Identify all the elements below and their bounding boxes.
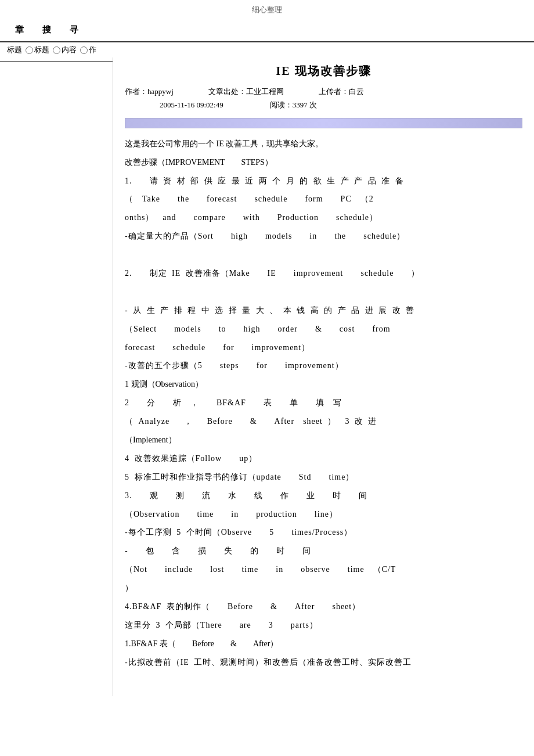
- nav-item-seek[interactable]: 寻: [62, 22, 89, 38]
- body-line-6: -确定量大的产品（Sort high models in the schedul…: [125, 229, 522, 244]
- article-meta: 作者：happywj 文章出处：工业工程网 上传者：白云 2005-11-16 …: [125, 85, 522, 112]
- top-header: 细心整理: [0, 0, 534, 19]
- body-line-22: -每个工序测 5 个时间（Observe 5 times/Process）: [125, 525, 522, 540]
- body-line-3: 1. 请 资 材 部 供 应 最 近 两 个 月 的 欲 生 产 产 品 准 备: [125, 174, 522, 189]
- filter-row: 标题 标题 内容 作: [0, 42, 534, 57]
- radio-content-input[interactable]: [53, 46, 60, 54]
- meta-reads: 阅读：3397 次: [270, 98, 317, 111]
- meta-line-2: 2005-11-16 09:02:49 阅读：3397 次: [125, 98, 522, 111]
- sidebar: [0, 57, 113, 696]
- body-line-24: （Not include lost time in observe time （…: [125, 562, 522, 577]
- meta-author: 作者：happywj: [125, 85, 174, 98]
- filter-label: 标题: [7, 45, 22, 55]
- body-line-16: （ Analyze , Before & After sheet ） 3 改 进: [125, 414, 522, 429]
- article-title: IE 现场改善步骤: [125, 63, 522, 79]
- body-line-8: 2. 制定 IE 改善准备（Make IE improvement schedu…: [125, 266, 522, 281]
- body-line-25: ）: [125, 581, 522, 596]
- meta-source: 文章出处：工业工程网: [208, 85, 284, 98]
- body-line-21: （Observation time in production line）: [125, 507, 522, 522]
- body-line-11: （Select models to high order & cost from: [125, 322, 522, 337]
- radio-content-label: 内容: [62, 45, 77, 55]
- body-line-12: forecast schedule for improvement）: [125, 340, 522, 355]
- radio-content[interactable]: 内容: [53, 45, 77, 55]
- radio-title-input[interactable]: [26, 46, 33, 54]
- body-line-20: 3. 观 测 流 水 线 作 业 时 间: [125, 488, 522, 503]
- body-line-spacer1: [125, 247, 522, 262]
- body-line-5: onths） and compare with Production sched…: [125, 210, 522, 225]
- body-line-14: 1 观测（Observation）: [125, 377, 522, 392]
- nav-item-search[interactable]: 搜: [34, 22, 62, 38]
- main-layout: IE 现场改善步骤 作者：happywj 文章出处：工业工程网 上传者：白云 2…: [0, 57, 534, 696]
- article-body: 这是我在公司常用的一个 IE 改善工具，现共享给大家。 改善步骤（IMPROVE…: [125, 136, 522, 670]
- meta-date: 2005-11-16 09:02:49: [160, 98, 223, 111]
- nav-item-zhang[interactable]: 章: [7, 22, 34, 38]
- radio-title[interactable]: 标题: [26, 45, 49, 55]
- content-area: IE 现场改善步骤 作者：happywj 文章出处：工业工程网 上传者：白云 2…: [113, 57, 534, 696]
- sidebar-divider: [0, 61, 113, 62]
- body-line-spacer2: [125, 285, 522, 300]
- radio-author-label: 作: [89, 45, 96, 55]
- body-line-15: 2 分 析 ， BF&AF 表 单 填 写: [125, 395, 522, 411]
- body-line-0: 这是我在公司常用的一个 IE 改善工具，现共享给大家。: [125, 136, 522, 152]
- body-line-10: - 从 生 产 排 程 中 选 择 量 大 、 本 钱 高 的 产 品 进 展 …: [125, 303, 522, 318]
- body-line-4: （ Take the forecast schedule form PC （2: [125, 192, 522, 207]
- body-line-28: 1.BF&AF 表（ Before & After）: [125, 636, 522, 651]
- body-line-13: -改善的五个步骤（5 steps for improvement）: [125, 358, 522, 373]
- radio-author-input[interactable]: [80, 46, 88, 54]
- meta-line-1: 作者：happywj 文章出处：工业工程网 上传者：白云: [125, 85, 522, 98]
- radio-title-label: 标题: [34, 45, 49, 55]
- meta-uploader: 上传者：白云: [319, 85, 364, 98]
- body-line-27: 这里分 3 个局部（There are 3 parts）: [125, 618, 522, 633]
- highlight-bar: [125, 118, 522, 128]
- top-header-label: 细心整理: [252, 5, 282, 14]
- body-line-26: 4.BF&AF 表的制作（ Before & After sheet）: [125, 599, 522, 614]
- body-line-19: 5 标准工时和作业指导书的修订（update Std time）: [125, 470, 522, 485]
- body-line-2: 改善步骤（IMPROVEMENT STEPS）: [125, 155, 522, 170]
- nav-bar: 章 搜 寻: [0, 19, 534, 42]
- body-line-18: 4 改善效果追踪（Follow up）: [125, 451, 522, 466]
- body-line-23: - 包 含 损 失 的 时 间: [125, 543, 522, 559]
- radio-author[interactable]: 作: [80, 45, 96, 55]
- body-line-29: -比拟改善前（IE 工时、观测时间）和改善后（准备改善工时、实际改善工: [125, 655, 522, 670]
- body-line-17: （Implement）: [125, 433, 522, 448]
